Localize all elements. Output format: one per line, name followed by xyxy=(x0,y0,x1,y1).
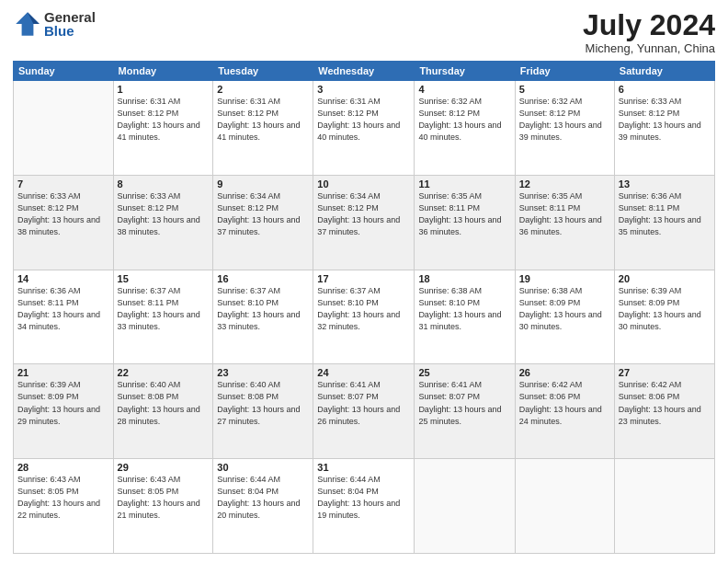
calendar-cell: 14Sunrise: 6:36 AM Sunset: 8:11 PM Dayli… xyxy=(14,270,114,364)
calendar-cell: 29Sunrise: 6:43 AM Sunset: 8:05 PM Dayli… xyxy=(113,459,213,554)
day-number: 31 xyxy=(317,462,410,473)
day-info: Sunrise: 6:34 AM Sunset: 8:12 PM Dayligh… xyxy=(317,190,410,238)
day-info: Sunrise: 6:40 AM Sunset: 8:08 PM Dayligh… xyxy=(217,379,309,427)
day-number: 1 xyxy=(118,84,210,95)
calendar-cell: 3Sunrise: 6:31 AM Sunset: 8:12 PM Daylig… xyxy=(313,81,415,176)
calendar-cell: 27Sunrise: 6:42 AM Sunset: 8:06 PM Dayli… xyxy=(614,364,714,459)
calendar-cell: 17Sunrise: 6:37 AM Sunset: 8:10 PM Dayli… xyxy=(313,270,415,364)
day-info: Sunrise: 6:40 AM Sunset: 8:08 PM Dayligh… xyxy=(118,379,210,427)
day-number: 29 xyxy=(118,462,210,473)
day-number: 9 xyxy=(217,178,309,190)
col-friday: Friday xyxy=(515,62,614,81)
calendar-cell: 2Sunrise: 6:31 AM Sunset: 8:12 PM Daylig… xyxy=(213,81,313,176)
day-info: Sunrise: 6:32 AM Sunset: 8:12 PM Dayligh… xyxy=(519,96,610,144)
day-number: 22 xyxy=(118,367,210,378)
day-number: 14 xyxy=(17,273,109,284)
calendar-week-row: 14Sunrise: 6:36 AM Sunset: 8:11 PM Dayli… xyxy=(14,270,715,364)
day-number: 15 xyxy=(118,273,210,284)
calendar-cell: 20Sunrise: 6:39 AM Sunset: 8:09 PM Dayli… xyxy=(614,270,714,364)
day-info: Sunrise: 6:31 AM Sunset: 8:12 PM Dayligh… xyxy=(217,96,309,144)
day-info: Sunrise: 6:37 AM Sunset: 8:11 PM Dayligh… xyxy=(118,285,210,333)
col-thursday: Thursday xyxy=(415,62,515,81)
calendar-cell: 23Sunrise: 6:40 AM Sunset: 8:08 PM Dayli… xyxy=(213,364,313,459)
calendar-cell: 30Sunrise: 6:44 AM Sunset: 8:04 PM Dayli… xyxy=(213,459,313,554)
day-number: 10 xyxy=(317,178,410,190)
col-saturday: Saturday xyxy=(614,62,714,81)
calendar-week-row: 21Sunrise: 6:39 AM Sunset: 8:09 PM Dayli… xyxy=(14,364,715,459)
day-info: Sunrise: 6:31 AM Sunset: 8:12 PM Dayligh… xyxy=(118,96,210,144)
day-info: Sunrise: 6:33 AM Sunset: 8:12 PM Dayligh… xyxy=(17,190,109,238)
month-title: July 2024 xyxy=(583,9,715,41)
day-number: 7 xyxy=(17,178,109,190)
day-info: Sunrise: 6:33 AM Sunset: 8:12 PM Dayligh… xyxy=(118,190,210,238)
col-sunday: Sunday xyxy=(14,62,114,81)
logo-text: General Blue xyxy=(44,10,96,38)
day-number: 25 xyxy=(418,367,510,378)
day-number: 19 xyxy=(519,273,610,284)
day-info: Sunrise: 6:44 AM Sunset: 8:04 PM Dayligh… xyxy=(217,474,309,522)
calendar-cell xyxy=(14,81,114,176)
day-number: 30 xyxy=(217,462,309,473)
calendar-cell: 21Sunrise: 6:39 AM Sunset: 8:09 PM Dayli… xyxy=(14,364,114,459)
calendar-cell: 4Sunrise: 6:32 AM Sunset: 8:12 PM Daylig… xyxy=(415,81,515,176)
calendar-cell: 16Sunrise: 6:37 AM Sunset: 8:10 PM Dayli… xyxy=(213,270,313,364)
day-info: Sunrise: 6:35 AM Sunset: 8:11 PM Dayligh… xyxy=(418,190,510,238)
day-number: 28 xyxy=(17,462,109,473)
calendar-week-row: 28Sunrise: 6:43 AM Sunset: 8:05 PM Dayli… xyxy=(14,459,715,554)
day-info: Sunrise: 6:36 AM Sunset: 8:11 PM Dayligh… xyxy=(17,285,109,333)
calendar-cell: 6Sunrise: 6:33 AM Sunset: 8:12 PM Daylig… xyxy=(614,81,714,176)
calendar-cell xyxy=(515,459,614,554)
day-info: Sunrise: 6:35 AM Sunset: 8:11 PM Dayligh… xyxy=(519,190,610,238)
calendar-cell: 11Sunrise: 6:35 AM Sunset: 8:11 PM Dayli… xyxy=(415,175,515,270)
calendar-week-row: 7Sunrise: 6:33 AM Sunset: 8:12 PM Daylig… xyxy=(14,175,715,270)
day-info: Sunrise: 6:32 AM Sunset: 8:12 PM Dayligh… xyxy=(418,96,510,144)
col-wednesday: Wednesday xyxy=(313,62,415,81)
day-info: Sunrise: 6:38 AM Sunset: 8:10 PM Dayligh… xyxy=(418,285,510,333)
day-info: Sunrise: 6:41 AM Sunset: 8:07 PM Dayligh… xyxy=(418,379,510,427)
calendar-cell: 22Sunrise: 6:40 AM Sunset: 8:08 PM Dayli… xyxy=(113,364,213,459)
calendar-cell xyxy=(415,459,515,554)
logo-blue-text: Blue xyxy=(44,24,96,38)
calendar-cell: 7Sunrise: 6:33 AM Sunset: 8:12 PM Daylig… xyxy=(14,175,114,270)
calendar-cell: 25Sunrise: 6:41 AM Sunset: 8:07 PM Dayli… xyxy=(415,364,515,459)
calendar-cell xyxy=(614,459,714,554)
day-number: 26 xyxy=(519,367,610,378)
day-number: 12 xyxy=(519,178,610,190)
day-info: Sunrise: 6:39 AM Sunset: 8:09 PM Dayligh… xyxy=(619,285,711,333)
col-monday: Monday xyxy=(113,62,213,81)
title-block: July 2024 Micheng, Yunnan, China xyxy=(583,9,715,55)
calendar-cell: 5Sunrise: 6:32 AM Sunset: 8:12 PM Daylig… xyxy=(515,81,614,176)
day-number: 13 xyxy=(619,178,711,190)
day-number: 6 xyxy=(619,84,711,95)
day-info: Sunrise: 6:34 AM Sunset: 8:12 PM Dayligh… xyxy=(217,190,309,238)
calendar-cell: 26Sunrise: 6:42 AM Sunset: 8:06 PM Dayli… xyxy=(515,364,614,459)
calendar-cell: 24Sunrise: 6:41 AM Sunset: 8:07 PM Dayli… xyxy=(313,364,415,459)
day-number: 3 xyxy=(317,84,410,95)
day-info: Sunrise: 6:43 AM Sunset: 8:05 PM Dayligh… xyxy=(17,474,109,522)
day-number: 17 xyxy=(317,273,410,284)
calendar-cell: 8Sunrise: 6:33 AM Sunset: 8:12 PM Daylig… xyxy=(113,175,213,270)
day-number: 5 xyxy=(519,84,610,95)
day-info: Sunrise: 6:31 AM Sunset: 8:12 PM Dayligh… xyxy=(317,96,410,144)
day-info: Sunrise: 6:44 AM Sunset: 8:04 PM Dayligh… xyxy=(317,474,410,522)
calendar-cell: 12Sunrise: 6:35 AM Sunset: 8:11 PM Dayli… xyxy=(515,175,614,270)
day-number: 16 xyxy=(217,273,309,284)
day-info: Sunrise: 6:42 AM Sunset: 8:06 PM Dayligh… xyxy=(619,379,711,427)
calendar-cell: 19Sunrise: 6:38 AM Sunset: 8:09 PM Dayli… xyxy=(515,270,614,364)
day-info: Sunrise: 6:39 AM Sunset: 8:09 PM Dayligh… xyxy=(17,379,109,427)
calendar-week-row: 1Sunrise: 6:31 AM Sunset: 8:12 PM Daylig… xyxy=(14,81,715,176)
day-info: Sunrise: 6:38 AM Sunset: 8:09 PM Dayligh… xyxy=(519,285,610,333)
calendar-cell: 28Sunrise: 6:43 AM Sunset: 8:05 PM Dayli… xyxy=(14,459,114,554)
day-number: 21 xyxy=(17,367,109,378)
col-tuesday: Tuesday xyxy=(213,62,313,81)
page: General Blue July 2024 Micheng, Yunnan, … xyxy=(0,0,728,563)
header: General Blue July 2024 Micheng, Yunnan, … xyxy=(13,9,715,55)
calendar-cell: 13Sunrise: 6:36 AM Sunset: 8:11 PM Dayli… xyxy=(614,175,714,270)
calendar-cell: 31Sunrise: 6:44 AM Sunset: 8:04 PM Dayli… xyxy=(313,459,415,554)
day-number: 20 xyxy=(619,273,711,284)
day-number: 8 xyxy=(118,178,210,190)
calendar-cell: 9Sunrise: 6:34 AM Sunset: 8:12 PM Daylig… xyxy=(213,175,313,270)
day-info: Sunrise: 6:37 AM Sunset: 8:10 PM Dayligh… xyxy=(217,285,309,333)
day-number: 4 xyxy=(418,84,510,95)
day-info: Sunrise: 6:36 AM Sunset: 8:11 PM Dayligh… xyxy=(619,190,711,238)
